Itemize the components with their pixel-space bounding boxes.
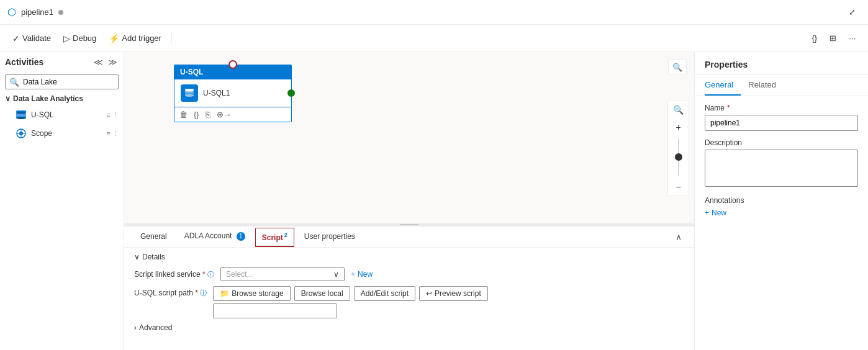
node-copy-button[interactable]: ⎘ (206, 110, 210, 119)
usql-action-2[interactable]: ⋮ (112, 111, 119, 119)
advanced-toggle[interactable]: › Advanced (134, 323, 684, 332)
chevron-down-icon: ∨ (134, 253, 140, 261)
tab-adla-account[interactable]: ADLA Account (176, 227, 254, 247)
scope-action-2[interactable]: ⋮ (112, 130, 119, 138)
details-toggle[interactable]: ∨ Details (134, 253, 684, 261)
script-linked-service-row: Script linked service * ⓘ Select... ∨ + … (134, 267, 684, 281)
props-name-input[interactable] (705, 115, 858, 131)
zoom-out-button[interactable]: − (671, 178, 685, 195)
usql-action-1[interactable]: ≡ (107, 111, 111, 119)
preview-script-button[interactable]: ↩ Preview script (419, 286, 488, 301)
svg-point-3 (16, 117, 26, 119)
canvas[interactable]: 🔍 U-SQL (124, 52, 694, 223)
bottom-tabs: General ADLA Account Script2 User proper… (124, 227, 694, 248)
top-bar: ⬡ pipeline1 ⤢ (0, 0, 868, 25)
node-container: U-SQL U-SQL1 (174, 65, 292, 122)
zoom-slider-thumb[interactable] (675, 153, 682, 161)
zoom-search-button[interactable]: 🔍 (668, 101, 689, 119)
props-description-input[interactable] (705, 150, 858, 187)
template-button[interactable]: ⊞ (825, 31, 841, 45)
chevron-right-icon: › (134, 323, 137, 332)
props-annotations-label: Annotations (705, 196, 858, 205)
node-top-connector[interactable] (228, 60, 237, 69)
pipeline-title-area: ⬡ pipeline1 (7, 6, 63, 18)
properties-body: Name * Description Annotations + New (695, 96, 868, 350)
preview-icon: ↩ (426, 289, 432, 298)
toolbar-actions-right: {} ⊞ ··· (807, 31, 861, 45)
center-area: 🔍 U-SQL (124, 52, 694, 350)
bottom-panel-close-button[interactable]: ∧ (671, 230, 687, 245)
node-delete-button[interactable]: 🗑 (179, 110, 188, 119)
validate-button[interactable]: ✓ Validate (7, 31, 56, 46)
node-code-button[interactable]: {} (194, 110, 199, 119)
sidebar-category-data-lake[interactable]: ∨ Data Lake Analytics (0, 92, 124, 105)
name-required-marker: * (727, 104, 730, 112)
browse-storage-button[interactable]: 📁 Browse storage (213, 286, 290, 301)
add-trigger-button[interactable]: ⚡ Add trigger (104, 31, 166, 46)
debug-button[interactable]: ▷ Debug (58, 31, 101, 46)
search-icon: 🔍 (9, 78, 19, 87)
script-linked-service-label: Script linked service * ⓘ (134, 270, 214, 279)
usql-label: U-SQL (31, 110, 107, 119)
canvas-search-button[interactable]: 🔍 (668, 60, 687, 75)
sidebar-collapse-button[interactable]: ≪ (93, 56, 104, 68)
activity-node-usql[interactable]: U-SQL U-SQL1 (174, 65, 292, 122)
tab-script[interactable]: Script2 (255, 228, 294, 247)
folder-icon: 📁 (220, 289, 229, 298)
usql-path-buttons: 📁 Browse storage Browse local Add/Edit s… (213, 286, 487, 301)
more-button[interactable]: ··· (844, 31, 861, 45)
sidebar-item-usql[interactable]: U-SQL ≡ ⋮ (0, 105, 124, 124)
sidebar-header: Activities ≪ ≫ (0, 52, 124, 72)
svg-point-11 (185, 94, 194, 97)
code-icon: {} (811, 34, 817, 43)
scope-action-1[interactable]: ≡ (107, 130, 111, 138)
canvas-zoom-controls: 🔍 + − (667, 101, 689, 196)
scope-label: Scope (31, 129, 107, 138)
more-icon: ··· (849, 34, 856, 43)
props-name-label: Name * (705, 104, 858, 112)
bottom-panel: General ADLA Account Script2 User proper… (124, 226, 694, 350)
props-annotations: Annotations + New (705, 196, 858, 217)
dropdown-chevron-icon: ∨ (333, 270, 339, 279)
expand-button[interactable]: ⤢ (844, 5, 861, 19)
search-box: 🔍 (5, 74, 119, 89)
node-right-connector[interactable] (287, 89, 295, 97)
sidebar: Activities ≪ ≫ 🔍 ∨ Data Lake Analytics (0, 52, 124, 350)
node-connect-button[interactable]: ⊕→ (217, 110, 232, 119)
sidebar-controls: ≪ ≫ (93, 56, 119, 68)
usql-path-input[interactable] (213, 303, 337, 318)
unsaved-indicator (58, 10, 63, 15)
tab-user-properties[interactable]: User properties (296, 227, 364, 247)
properties-panel: Properties General Related Name * Descri… (694, 52, 868, 350)
add-edit-script-button[interactable]: Add/Edit script (354, 286, 415, 301)
zoom-slider-track (678, 138, 679, 176)
sidebar-toggle-button[interactable]: ≫ (107, 56, 119, 68)
props-description-label: Description (705, 138, 858, 147)
usql-icon (15, 109, 27, 121)
scope-actions: ≡ ⋮ (107, 130, 119, 138)
tab-general[interactable]: General (132, 227, 176, 247)
toolbar-separator (171, 32, 172, 45)
top-bar-right: ⤢ (844, 5, 861, 19)
sidebar-item-scope[interactable]: Scope ≡ ⋮ (0, 124, 124, 143)
properties-tabs: General Related (695, 75, 868, 96)
usql-path-controls: 📁 Browse storage Browse local Add/Edit s… (213, 286, 487, 318)
chevron-down-icon: ∨ (5, 94, 11, 103)
add-annotation-button[interactable]: + New (705, 209, 726, 217)
required-marker-2: * (195, 289, 198, 297)
props-name-field: Name * (705, 104, 858, 131)
usql-path-label: U-SQL script path * ⓘ (134, 289, 207, 298)
browse-local-button[interactable]: Browse local (294, 286, 350, 301)
code-button[interactable]: {} (807, 31, 822, 45)
props-tab-related[interactable]: Related (748, 75, 784, 96)
new-linked-service-button[interactable]: + New (351, 270, 373, 279)
search-input[interactable] (5, 74, 119, 89)
zoom-in-button[interactable]: + (671, 119, 685, 136)
script-linked-service-select[interactable]: Select... ∨ (220, 267, 345, 281)
props-tab-general[interactable]: General (705, 75, 741, 96)
pipeline-icon: ⬡ (7, 6, 16, 18)
usql-path-row: U-SQL script path * ⓘ 📁 Browse storage B… (134, 286, 684, 318)
node-db-icon (181, 84, 198, 102)
plus-icon-2: + (705, 209, 709, 217)
node-name: U-SQL1 (203, 89, 230, 97)
